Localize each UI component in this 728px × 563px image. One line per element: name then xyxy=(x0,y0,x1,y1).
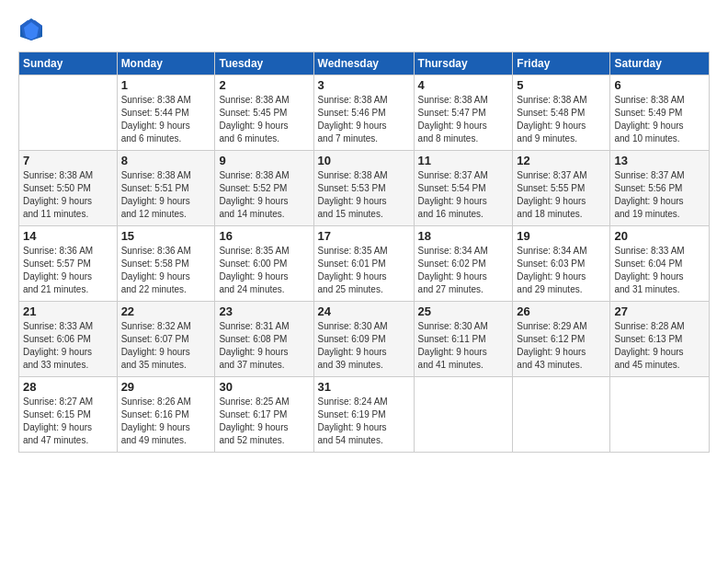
day-detail: Sunrise: 8:25 AM Sunset: 6:17 PM Dayligh… xyxy=(219,396,309,447)
day-cell: 19Sunrise: 8:34 AM Sunset: 6:03 PM Dayli… xyxy=(513,226,610,302)
day-cell: 7Sunrise: 8:38 AM Sunset: 5:50 PM Daylig… xyxy=(19,151,118,226)
day-cell: 3Sunrise: 8:38 AM Sunset: 5:46 PM Daylig… xyxy=(313,75,414,151)
day-detail: Sunrise: 8:29 AM Sunset: 6:12 PM Dayligh… xyxy=(517,320,606,372)
day-cell: 31Sunrise: 8:24 AM Sunset: 6:19 PM Dayli… xyxy=(313,377,414,453)
day-detail: Sunrise: 8:38 AM Sunset: 5:50 PM Dayligh… xyxy=(23,169,113,221)
day-cell: 14Sunrise: 8:36 AM Sunset: 5:57 PM Dayli… xyxy=(19,226,118,302)
col-header-thursday: Thursday xyxy=(414,52,513,75)
day-number: 2 xyxy=(219,78,309,92)
day-cell: 15Sunrise: 8:36 AM Sunset: 5:58 PM Dayli… xyxy=(117,226,215,302)
day-number: 28 xyxy=(23,380,113,394)
day-cell xyxy=(610,377,710,453)
day-cell: 27Sunrise: 8:28 AM Sunset: 6:13 PM Dayli… xyxy=(610,302,710,377)
day-cell: 16Sunrise: 8:35 AM Sunset: 6:00 PM Dayli… xyxy=(215,226,313,302)
day-number: 9 xyxy=(219,154,309,167)
day-number: 18 xyxy=(418,229,509,243)
day-number: 10 xyxy=(318,154,410,167)
day-detail: Sunrise: 8:38 AM Sunset: 5:53 PM Dayligh… xyxy=(318,169,410,221)
day-cell xyxy=(414,377,513,453)
day-detail: Sunrise: 8:38 AM Sunset: 5:46 PM Dayligh… xyxy=(318,94,410,145)
day-detail: Sunrise: 8:38 AM Sunset: 5:44 PM Dayligh… xyxy=(121,94,211,145)
day-detail: Sunrise: 8:36 AM Sunset: 5:58 PM Dayligh… xyxy=(121,245,211,296)
week-row-4: 21Sunrise: 8:33 AM Sunset: 6:06 PM Dayli… xyxy=(19,302,710,377)
day-detail: Sunrise: 8:38 AM Sunset: 5:45 PM Dayligh… xyxy=(219,94,309,145)
day-detail: Sunrise: 8:36 AM Sunset: 5:57 PM Dayligh… xyxy=(23,245,113,296)
day-cell: 26Sunrise: 8:29 AM Sunset: 6:12 PM Dayli… xyxy=(513,302,610,377)
page: SundayMondayTuesdayWednesdayThursdayFrid… xyxy=(0,0,728,563)
day-detail: Sunrise: 8:38 AM Sunset: 5:49 PM Dayligh… xyxy=(614,94,705,145)
day-number: 24 xyxy=(318,304,410,318)
day-number: 27 xyxy=(614,304,705,318)
col-header-wednesday: Wednesday xyxy=(313,52,414,75)
day-cell: 29Sunrise: 8:26 AM Sunset: 6:16 PM Dayli… xyxy=(117,377,215,453)
day-number: 12 xyxy=(517,154,606,167)
day-number: 17 xyxy=(318,229,410,243)
day-number: 8 xyxy=(121,154,211,167)
day-cell: 24Sunrise: 8:30 AM Sunset: 6:09 PM Dayli… xyxy=(313,302,414,377)
day-detail: Sunrise: 8:31 AM Sunset: 6:08 PM Dayligh… xyxy=(219,320,309,372)
day-cell: 25Sunrise: 8:30 AM Sunset: 6:11 PM Dayli… xyxy=(414,302,513,377)
day-cell: 28Sunrise: 8:27 AM Sunset: 6:15 PM Dayli… xyxy=(19,377,118,453)
header xyxy=(18,17,710,42)
day-number: 5 xyxy=(517,78,606,92)
day-cell: 22Sunrise: 8:32 AM Sunset: 6:07 PM Dayli… xyxy=(117,302,215,377)
day-detail: Sunrise: 8:33 AM Sunset: 6:04 PM Dayligh… xyxy=(614,245,705,296)
day-detail: Sunrise: 8:35 AM Sunset: 6:00 PM Dayligh… xyxy=(219,245,309,296)
day-detail: Sunrise: 8:38 AM Sunset: 5:47 PM Dayligh… xyxy=(418,94,509,145)
day-number: 15 xyxy=(121,229,211,243)
day-cell: 30Sunrise: 8:25 AM Sunset: 6:17 PM Dayli… xyxy=(215,377,313,453)
day-detail: Sunrise: 8:34 AM Sunset: 6:03 PM Dayligh… xyxy=(517,245,606,296)
day-detail: Sunrise: 8:27 AM Sunset: 6:15 PM Dayligh… xyxy=(23,396,113,447)
day-detail: Sunrise: 8:37 AM Sunset: 5:54 PM Dayligh… xyxy=(418,169,509,221)
day-cell: 1Sunrise: 8:38 AM Sunset: 5:44 PM Daylig… xyxy=(117,75,215,151)
day-number: 22 xyxy=(121,304,211,318)
day-cell: 21Sunrise: 8:33 AM Sunset: 6:06 PM Dayli… xyxy=(19,302,118,377)
col-header-saturday: Saturday xyxy=(610,52,710,75)
day-cell: 5Sunrise: 8:38 AM Sunset: 5:48 PM Daylig… xyxy=(513,75,610,151)
day-cell: 12Sunrise: 8:37 AM Sunset: 5:55 PM Dayli… xyxy=(513,151,610,226)
day-number: 30 xyxy=(219,380,309,394)
day-cell: 20Sunrise: 8:33 AM Sunset: 6:04 PM Dayli… xyxy=(610,226,710,302)
col-header-sunday: Sunday xyxy=(19,52,118,75)
week-row-2: 7Sunrise: 8:38 AM Sunset: 5:50 PM Daylig… xyxy=(19,151,710,226)
col-header-friday: Friday xyxy=(513,52,610,75)
day-cell: 18Sunrise: 8:34 AM Sunset: 6:02 PM Dayli… xyxy=(414,226,513,302)
logo xyxy=(18,17,48,42)
day-detail: Sunrise: 8:37 AM Sunset: 5:55 PM Dayligh… xyxy=(517,169,606,221)
day-detail: Sunrise: 8:33 AM Sunset: 6:06 PM Dayligh… xyxy=(23,320,113,372)
day-cell: 8Sunrise: 8:38 AM Sunset: 5:51 PM Daylig… xyxy=(117,151,215,226)
day-number: 20 xyxy=(614,229,705,243)
day-cell: 6Sunrise: 8:38 AM Sunset: 5:49 PM Daylig… xyxy=(610,75,710,151)
day-number: 21 xyxy=(23,304,113,318)
calendar-table: SundayMondayTuesdayWednesdayThursdayFrid… xyxy=(18,52,710,453)
col-header-tuesday: Tuesday xyxy=(215,52,313,75)
day-detail: Sunrise: 8:24 AM Sunset: 6:19 PM Dayligh… xyxy=(318,396,410,447)
day-number: 31 xyxy=(318,380,410,394)
day-detail: Sunrise: 8:30 AM Sunset: 6:11 PM Dayligh… xyxy=(418,320,509,372)
day-cell xyxy=(513,377,610,453)
day-number: 4 xyxy=(418,78,509,92)
day-detail: Sunrise: 8:28 AM Sunset: 6:13 PM Dayligh… xyxy=(614,320,705,372)
week-row-5: 28Sunrise: 8:27 AM Sunset: 6:15 PM Dayli… xyxy=(19,377,710,453)
day-cell: 17Sunrise: 8:35 AM Sunset: 6:01 PM Dayli… xyxy=(313,226,414,302)
day-cell: 9Sunrise: 8:38 AM Sunset: 5:52 PM Daylig… xyxy=(215,151,313,226)
day-detail: Sunrise: 8:37 AM Sunset: 5:56 PM Dayligh… xyxy=(614,169,705,221)
day-cell: 11Sunrise: 8:37 AM Sunset: 5:54 PM Dayli… xyxy=(414,151,513,226)
day-detail: Sunrise: 8:38 AM Sunset: 5:51 PM Dayligh… xyxy=(121,169,211,221)
day-number: 23 xyxy=(219,304,309,318)
day-number: 3 xyxy=(318,78,410,92)
day-number: 6 xyxy=(614,78,705,92)
day-cell xyxy=(19,75,118,151)
day-detail: Sunrise: 8:32 AM Sunset: 6:07 PM Dayligh… xyxy=(121,320,211,372)
day-number: 29 xyxy=(121,380,211,394)
header-row: SundayMondayTuesdayWednesdayThursdayFrid… xyxy=(19,52,710,75)
day-cell: 2Sunrise: 8:38 AM Sunset: 5:45 PM Daylig… xyxy=(215,75,313,151)
day-detail: Sunrise: 8:30 AM Sunset: 6:09 PM Dayligh… xyxy=(318,320,410,372)
day-detail: Sunrise: 8:35 AM Sunset: 6:01 PM Dayligh… xyxy=(318,245,410,296)
day-number: 19 xyxy=(517,229,606,243)
day-number: 13 xyxy=(614,154,705,167)
logo-icon xyxy=(18,17,44,42)
col-header-monday: Monday xyxy=(117,52,215,75)
day-number: 7 xyxy=(23,154,113,167)
day-number: 26 xyxy=(517,304,606,318)
